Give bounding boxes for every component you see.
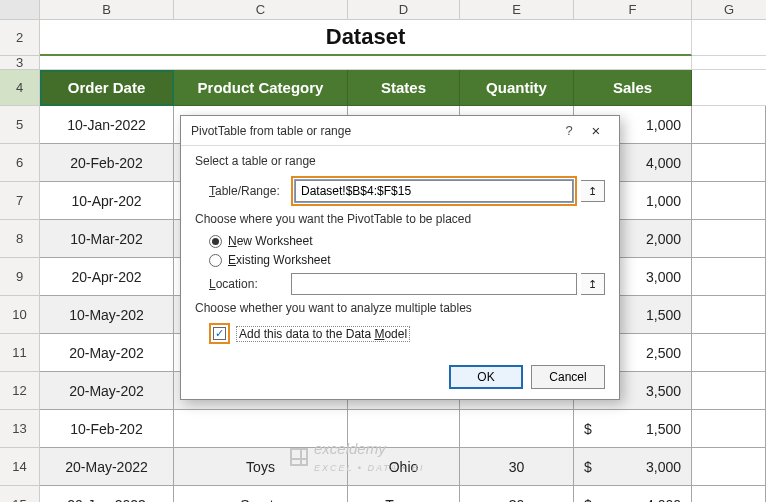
cell-empty[interactable]: [692, 258, 766, 296]
radio-icon: [209, 254, 222, 267]
location-input[interactable]: [291, 273, 577, 295]
cell-state[interactable]: Texas: [348, 486, 460, 502]
pivot-table-dialog: PivotTable from table or range ? × Selec…: [180, 115, 620, 400]
cell-empty[interactable]: [692, 220, 766, 258]
cell-G2[interactable]: [692, 20, 766, 56]
radio-new-worksheet[interactable]: New Worksheet: [209, 234, 605, 248]
col-header-G[interactable]: G: [692, 0, 766, 19]
table-row: 1420-May-2022ToysOhio30$3,000: [0, 448, 766, 486]
cell-order-date[interactable]: 10-Apr-202: [40, 182, 174, 220]
row-header[interactable]: 14: [0, 448, 40, 486]
location-label: Location:: [209, 277, 291, 291]
radio-existing-label: Existing Worksheet: [228, 253, 331, 267]
row-header[interactable]: 11: [0, 334, 40, 372]
cell-G3[interactable]: [692, 56, 766, 70]
row-header-4[interactable]: 4: [0, 70, 40, 106]
row-4-headers: 4 Order Date Product Category States Qua…: [0, 70, 766, 106]
dialog-body: Select a table or range Table/Range: ↥ C…: [181, 146, 619, 359]
header-order-date[interactable]: Order Date: [40, 70, 174, 106]
cell-sales[interactable]: $4,000: [574, 486, 692, 502]
cell-empty[interactable]: [692, 182, 766, 220]
cell-category[interactable]: Toys: [174, 448, 348, 486]
radio-icon: [209, 235, 222, 248]
radio-new-label: New Worksheet: [228, 234, 312, 248]
cell-category[interactable]: Sports: [174, 486, 348, 502]
cell-sales[interactable]: $3,000: [574, 448, 692, 486]
cell-qty[interactable]: 30: [460, 448, 574, 486]
cell-empty[interactable]: [692, 410, 766, 448]
cell-order-date[interactable]: 10-Mar-202: [40, 220, 174, 258]
title-cell[interactable]: Dataset: [40, 20, 692, 56]
location-row: Location: ↥: [209, 273, 605, 295]
table-range-highlight: [291, 176, 577, 206]
col-header-B[interactable]: B: [40, 0, 174, 19]
section-select-range: Select a table or range: [195, 154, 605, 168]
cell-empty[interactable]: [692, 106, 766, 144]
header-quantity[interactable]: Quantity: [460, 70, 574, 106]
header-sales[interactable]: Sales: [574, 70, 692, 106]
close-icon[interactable]: ×: [581, 122, 611, 139]
row-header[interactable]: 9: [0, 258, 40, 296]
cell-empty[interactable]: [692, 144, 766, 182]
corner-cell[interactable]: [0, 0, 40, 19]
cell-order-date[interactable]: 20-May-2022: [40, 448, 174, 486]
table-row: 1310-Feb-202$1,500: [0, 410, 766, 448]
row-header[interactable]: 5: [0, 106, 40, 144]
cell-order-date[interactable]: 20-Apr-202: [40, 258, 174, 296]
cell-G4[interactable]: [692, 70, 766, 106]
col-header-F[interactable]: F: [574, 0, 692, 19]
row-header[interactable]: 15: [0, 486, 40, 502]
table-row: 1520-Jan-2023SportsTexas30$4,000: [0, 486, 766, 502]
cell-order-date[interactable]: 10-Jan-2022: [40, 106, 174, 144]
cell-order-date[interactable]: 10-Feb-202: [40, 410, 174, 448]
row-header[interactable]: 10: [0, 296, 40, 334]
dialog-titlebar[interactable]: PivotTable from table or range ? ×: [181, 116, 619, 146]
cell-sales[interactable]: $1,500: [574, 410, 692, 448]
header-states[interactable]: States: [348, 70, 460, 106]
column-header-row: B C D E F G: [0, 0, 766, 20]
checkbox-data-model-row[interactable]: ✓ Add this data to the Data Model: [209, 323, 605, 344]
cell-qty[interactable]: [460, 410, 574, 448]
row-2: 2 Dataset: [0, 20, 766, 56]
cell-category[interactable]: [174, 410, 348, 448]
help-icon[interactable]: ?: [557, 123, 581, 138]
cell-qty[interactable]: 30: [460, 486, 574, 502]
cell-order-date[interactable]: 10-May-202: [40, 296, 174, 334]
radio-existing-worksheet[interactable]: Existing Worksheet: [209, 253, 605, 267]
row-header[interactable]: 13: [0, 410, 40, 448]
row-header[interactable]: 7: [0, 182, 40, 220]
row-3: 3: [0, 56, 766, 70]
row-header[interactable]: 8: [0, 220, 40, 258]
cell-empty[interactable]: [692, 448, 766, 486]
row-header-3[interactable]: 3: [0, 56, 40, 70]
spacer-cell[interactable]: [40, 56, 692, 70]
cancel-button[interactable]: Cancel: [531, 365, 605, 389]
row-header-2[interactable]: 2: [0, 20, 40, 56]
dialog-title-text: PivotTable from table or range: [191, 124, 557, 138]
checkbox-icon: ✓: [213, 327, 226, 340]
table-range-label: Table/Range:: [209, 184, 291, 198]
col-header-C[interactable]: C: [174, 0, 348, 19]
cell-order-date[interactable]: 20-May-202: [40, 334, 174, 372]
section-placement: Choose where you want the PivotTable to …: [195, 212, 605, 226]
cell-order-date[interactable]: 20-May-202: [40, 372, 174, 410]
table-range-row: Table/Range: ↥: [209, 176, 605, 206]
cell-empty[interactable]: [692, 334, 766, 372]
col-header-D[interactable]: D: [348, 0, 460, 19]
row-header[interactable]: 12: [0, 372, 40, 410]
table-range-input[interactable]: [295, 180, 573, 202]
cell-empty[interactable]: [692, 296, 766, 334]
range-picker-icon[interactable]: ↥: [581, 180, 605, 202]
row-header[interactable]: 6: [0, 144, 40, 182]
location-picker-icon[interactable]: ↥: [581, 273, 605, 295]
cell-empty[interactable]: [692, 486, 766, 502]
cell-empty[interactable]: [692, 372, 766, 410]
cell-order-date[interactable]: 20-Feb-202: [40, 144, 174, 182]
cell-state[interactable]: Ohio: [348, 448, 460, 486]
ok-button[interactable]: OK: [449, 365, 523, 389]
col-header-E[interactable]: E: [460, 0, 574, 19]
cell-order-date[interactable]: 20-Jan-2023: [40, 486, 174, 502]
header-product-category[interactable]: Product Category: [174, 70, 348, 106]
checkbox-label: Add this data to the Data Model: [236, 326, 410, 342]
cell-state[interactable]: [348, 410, 460, 448]
